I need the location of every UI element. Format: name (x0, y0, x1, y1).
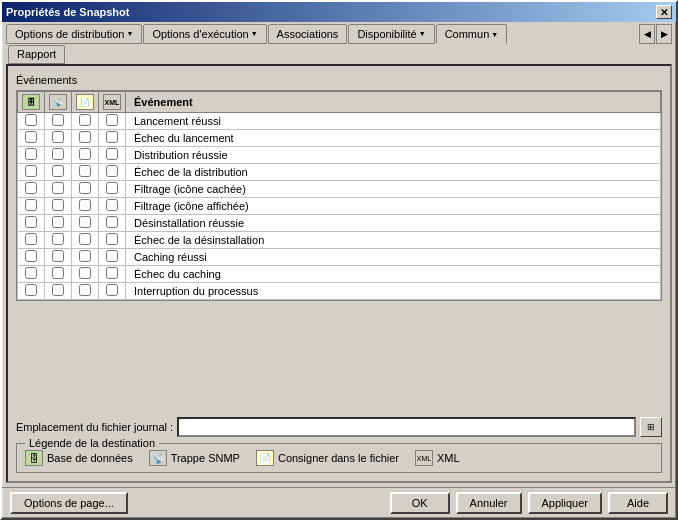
legend-item: 🗄Base de données (25, 450, 133, 466)
checkbox-cell (72, 215, 99, 232)
log-browse-button[interactable]: ⊞ (640, 417, 662, 437)
checkbox-cell (45, 232, 72, 249)
nav-prev-button[interactable]: ◀ (639, 24, 655, 44)
event-checkbox[interactable] (106, 114, 118, 126)
tab-options-dist-label: Options de distribution (15, 28, 124, 40)
checkbox-cell (72, 147, 99, 164)
event-checkbox[interactable] (106, 267, 118, 279)
checkbox-cell (99, 215, 126, 232)
tab-options-exec[interactable]: Options d'exécution ▼ (143, 24, 266, 44)
close-button[interactable]: ✕ (656, 5, 672, 19)
event-checkbox[interactable] (52, 114, 64, 126)
checkbox-cell (18, 283, 45, 300)
table-row: Échec du lancement (18, 130, 661, 147)
checkbox-cell (45, 266, 72, 283)
legend-section: Légende de la destination 🗄Base de donné… (16, 443, 662, 473)
tab-associations-label: Associations (277, 28, 339, 40)
legend-items: 🗄Base de données📡Trappe SNMP📄Consigner d… (25, 450, 653, 466)
event-checkbox[interactable] (25, 165, 37, 177)
event-checkbox[interactable] (25, 114, 37, 126)
event-checkbox[interactable] (106, 148, 118, 160)
event-checkbox[interactable] (25, 250, 37, 262)
event-checkbox[interactable] (106, 284, 118, 296)
event-checkbox[interactable] (52, 148, 64, 160)
event-checkbox[interactable] (52, 216, 64, 228)
event-checkbox[interactable] (52, 182, 64, 194)
event-checkbox[interactable] (52, 131, 64, 143)
event-checkbox[interactable] (106, 233, 118, 245)
event-checkbox[interactable] (79, 165, 91, 177)
event-checkbox[interactable] (25, 182, 37, 194)
event-checkbox[interactable] (52, 165, 64, 177)
event-checkbox[interactable] (79, 267, 91, 279)
legend-item-label: Consigner dans le fichier (278, 452, 399, 464)
event-checkbox[interactable] (106, 250, 118, 262)
event-checkbox[interactable] (52, 284, 64, 296)
action-buttons: OK Annuler Appliquer Aide (390, 492, 668, 514)
table-row: Lancement réussi (18, 113, 661, 130)
event-checkbox[interactable] (25, 216, 37, 228)
tab-rapport[interactable]: Rapport (8, 45, 65, 64)
event-checkbox[interactable] (79, 284, 91, 296)
event-checkbox[interactable] (52, 233, 64, 245)
event-checkbox[interactable] (79, 216, 91, 228)
event-checkbox[interactable] (25, 267, 37, 279)
event-checkbox[interactable] (79, 182, 91, 194)
event-checkbox[interactable] (52, 267, 64, 279)
tab-commun[interactable]: Commun ▼ (436, 24, 508, 44)
table-row: Désinstallation réussie (18, 215, 661, 232)
log-label: Emplacement du fichier journal : (16, 421, 173, 433)
log-input[interactable] (177, 417, 636, 437)
nav-next-button[interactable]: ▶ (656, 24, 672, 44)
checkbox-cell (99, 283, 126, 300)
options-page-button[interactable]: Options de page... (10, 492, 128, 514)
tab-associations[interactable]: Associations (268, 24, 348, 44)
event-checkbox[interactable] (25, 199, 37, 211)
event-checkbox[interactable] (79, 233, 91, 245)
event-checkbox[interactable] (79, 131, 91, 143)
event-checkbox[interactable] (106, 216, 118, 228)
checkbox-cell (45, 181, 72, 198)
events-table: 🗄 📡 📄 XML Événement (17, 91, 661, 300)
event-checkbox[interactable] (106, 131, 118, 143)
table-row: Distribution réussie (18, 147, 661, 164)
event-checkbox[interactable] (79, 250, 91, 262)
event-checkbox[interactable] (25, 131, 37, 143)
events-section: 🗄 📡 📄 XML Événement (16, 90, 662, 301)
legend-item-label: Trappe SNMP (171, 452, 240, 464)
legend-item-icon: 📡 (149, 450, 167, 466)
checkbox-cell (72, 130, 99, 147)
checkbox-cell (45, 113, 72, 130)
col-header-db: 🗄 (18, 92, 45, 113)
help-button[interactable]: Aide (608, 492, 668, 514)
event-checkbox[interactable] (52, 199, 64, 211)
bottom-bar: Options de page... OK Annuler Appliquer … (2, 487, 676, 518)
event-name-cell: Lancement réussi (126, 113, 661, 130)
legend-item-icon: 📄 (256, 450, 274, 466)
event-checkbox[interactable] (25, 148, 37, 160)
event-checkbox[interactable] (25, 233, 37, 245)
tab-rapport-label: Rapport (17, 48, 56, 60)
event-name-cell: Échec de la distribution (126, 164, 661, 181)
event-checkbox[interactable] (52, 250, 64, 262)
tab-disponibilite[interactable]: Disponibilité ▼ (348, 24, 434, 44)
tab-options-dist-arrow: ▼ (126, 30, 133, 37)
table-row: Échec de la distribution (18, 164, 661, 181)
checkbox-cell (18, 198, 45, 215)
ok-button[interactable]: OK (390, 492, 450, 514)
checkbox-cell (18, 147, 45, 164)
event-checkbox[interactable] (79, 199, 91, 211)
event-checkbox[interactable] (79, 114, 91, 126)
event-checkbox[interactable] (79, 148, 91, 160)
cancel-button[interactable]: Annuler (456, 492, 522, 514)
legend-title: Légende de la destination (25, 437, 159, 449)
checkbox-cell (99, 198, 126, 215)
checkbox-cell (45, 130, 72, 147)
event-checkbox[interactable] (106, 199, 118, 211)
tab-options-dist[interactable]: Options de distribution ▼ (6, 24, 142, 44)
apply-button[interactable]: Appliquer (528, 492, 602, 514)
event-checkbox[interactable] (106, 182, 118, 194)
event-checkbox[interactable] (106, 165, 118, 177)
col-header-snmp: 📡 (45, 92, 72, 113)
event-checkbox[interactable] (25, 284, 37, 296)
